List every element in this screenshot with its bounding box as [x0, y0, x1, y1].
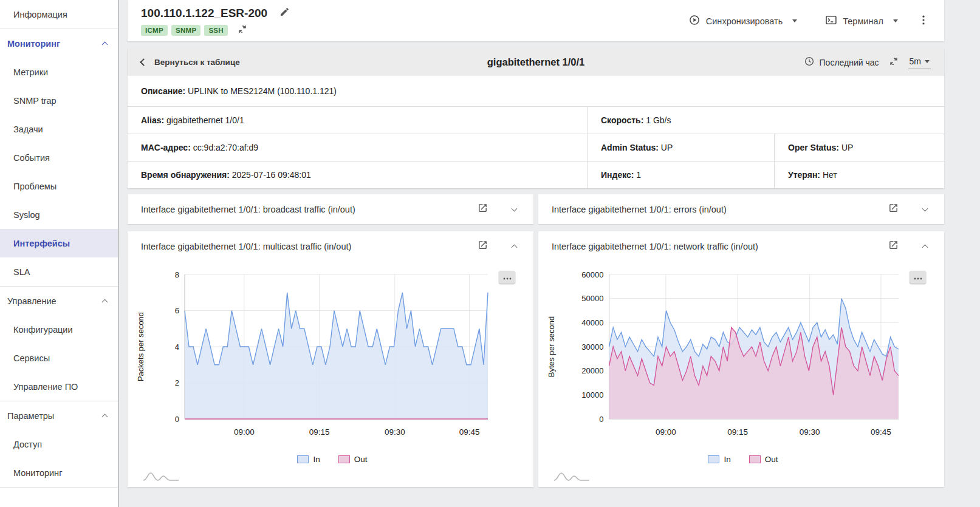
discovered-field: Время обнаружения: 2025-07-16 09:48:01	[128, 162, 587, 188]
chart-canvas[interactable]: 010000200003000040000500006000009:0009:1…	[542, 262, 944, 452]
sidebar-item-snmp-trap[interactable]: SNMP trap	[0, 86, 118, 115]
chart-canvas[interactable]: 0246809:0009:1509:3009:45Packets per sec…	[131, 262, 533, 452]
terminal-dropdown-button[interactable]	[888, 16, 903, 26]
sidebar-section-management[interactable]: Управление	[0, 287, 118, 315]
open-in-new-icon	[888, 203, 899, 216]
edit-device-name-button[interactable]	[277, 6, 292, 21]
series-area-in	[185, 293, 488, 419]
terminal-icon	[825, 14, 837, 28]
sidebar-item-events[interactable]: События	[0, 143, 118, 172]
time-range-button[interactable]: Последний час	[804, 56, 879, 69]
chart-preview-icon[interactable]	[142, 469, 533, 482]
open-in-new-button[interactable]	[475, 202, 490, 217]
panel-multicast-traffic: Interface gigabitethernet 1/0/1: multica…	[128, 231, 533, 487]
toolbar-right: Последний час 5m	[804, 55, 931, 70]
sidebar-section-monitoring[interactable]: Мониторинг	[0, 29, 118, 58]
sidebar-item-interfaces[interactable]: Интерфейсы	[0, 229, 118, 257]
interface-info-table: Alias: gigabitethernet 1/0/1 Скорость: 1…	[128, 106, 944, 188]
y-tick-label: 30000	[581, 342, 603, 352]
ellipsis-icon	[914, 272, 922, 283]
open-in-new-icon	[478, 240, 488, 253]
expand-panel-button[interactable]	[917, 202, 932, 217]
chart-menu-button[interactable]	[910, 271, 926, 284]
back-to-table-button[interactable]: Вернуться к таблице	[141, 58, 240, 67]
clock-icon	[804, 56, 815, 69]
oper-status-field: Oper Status: UP	[774, 134, 944, 161]
sync-dropdown-button[interactable]	[787, 16, 802, 26]
more-menu-button[interactable]	[916, 14, 931, 29]
y-tick-label: 60000	[581, 270, 603, 279]
open-in-new-button[interactable]	[475, 239, 490, 254]
sidebar-item-metrics[interactable]: Метрики	[0, 58, 118, 86]
refresh-icon	[237, 24, 248, 37]
app-root: Информация Мониторинг Метрики SNMP trap …	[0, 0, 980, 507]
protocol-badge-icmp: ICMP	[141, 25, 168, 36]
legend-item-out[interactable]: Out	[749, 455, 778, 464]
legend-swatch	[297, 455, 309, 463]
panel-network-traffic: Interface gigabitethernet 1/0/1: network…	[538, 231, 944, 487]
sync-button[interactable]: Синхронизировать	[684, 10, 787, 32]
main-content: 100.110.1.122_ESR-200 ICMP SNMP SSH	[119, 0, 980, 507]
chart-menu-button[interactable]	[499, 271, 515, 284]
refresh-availability-button[interactable]	[235, 23, 250, 38]
expanded-panels-row: Interface gigabitethernet 1/0/1: multica…	[128, 231, 944, 487]
chevron-up-icon	[511, 244, 517, 250]
terminal-button[interactable]: Терминал	[820, 10, 888, 32]
sidebar-section-parameters[interactable]: Параметры	[0, 401, 118, 430]
mac-field: MAC-адрес: cc:9d:a2:70:af:d9	[128, 134, 587, 161]
admin-status-field: Admin Status: UP	[587, 134, 774, 161]
x-tick-label: 09:00	[234, 427, 255, 437]
legend-swatch	[749, 455, 761, 463]
sidebar-item-services[interactable]: Сервисы	[0, 344, 118, 372]
index-field: Индекс: 1	[587, 162, 774, 188]
sidebar-item-tasks[interactable]: Задачи	[0, 115, 118, 143]
y-tick-label: 6	[175, 306, 179, 315]
y-tick-label: 0	[599, 415, 603, 424]
y-tick-label: 2	[175, 378, 179, 387]
x-tick-label: 09:00	[656, 427, 676, 437]
collapse-panel-button[interactable]	[917, 239, 932, 254]
expand-panel-button[interactable]	[507, 202, 521, 217]
refresh-charts-button[interactable]	[886, 55, 901, 70]
device-title: 100.110.1.122_ESR-200	[141, 7, 267, 20]
chevron-down-icon	[925, 60, 930, 63]
x-tick-label: 09:15	[727, 427, 748, 437]
y-tick-label: 10000	[581, 390, 603, 400]
sidebar-item-syslog[interactable]: Syslog	[0, 200, 118, 229]
sidebar-item-problems[interactable]: Проблемы	[0, 172, 118, 200]
open-in-new-icon	[478, 203, 488, 216]
x-tick-label: 09:30	[800, 427, 820, 437]
sidebar-item-sla[interactable]: SLA	[0, 257, 118, 286]
sidebar-divider	[0, 487, 118, 488]
table-row: Время обнаружения: 2025-07-16 09:48:01 И…	[128, 161, 944, 188]
collapsed-panels-row: Interface gigabitethernet 1/0/1: broadca…	[128, 194, 944, 224]
chart-area: 0246809:0009:1509:3009:45Packets per sec…	[128, 261, 533, 482]
chevron-up-icon	[102, 413, 108, 420]
sidebar: Информация Мониторинг Метрики SNMP trap …	[0, 0, 119, 507]
chevron-down-icon	[922, 206, 928, 212]
y-tick-label: 40000	[581, 318, 603, 327]
panel-title: Interface gigabitethernet 1/0/1: errors …	[552, 205, 886, 214]
legend-item-out[interactable]: Out	[338, 455, 368, 464]
protocol-badge-snmp: SNMP	[171, 25, 200, 36]
collapse-panel-button[interactable]	[507, 239, 521, 254]
sidebar-item-monitoring-params[interactable]: Мониторинг	[0, 458, 118, 487]
chart-legend: InOut	[131, 453, 533, 465]
open-in-new-button[interactable]	[886, 202, 900, 217]
panel-title: Interface gigabitethernet 1/0/1: network…	[552, 242, 886, 251]
x-tick-label: 09:45	[871, 427, 891, 437]
chevron-up-icon	[922, 244, 928, 250]
chart-preview-icon[interactable]	[553, 469, 944, 482]
sidebar-item-configurations[interactable]: Конфигурации	[0, 315, 118, 344]
sidebar-item-information[interactable]: Информация	[0, 0, 118, 29]
device-header: 100.110.1.122_ESR-200 ICMP SNMP SSH	[128, 0, 944, 41]
header-actions: Синхронизировать Терминал	[684, 10, 931, 32]
sidebar-item-access[interactable]: Доступ	[0, 430, 118, 458]
legend-item-in[interactable]: In	[708, 455, 730, 464]
panel-title: Interface gigabitethernet 1/0/1: broadca…	[141, 205, 475, 214]
legend-item-in[interactable]: In	[297, 455, 320, 464]
sidebar-item-software[interactable]: Управление ПО	[0, 372, 118, 401]
interval-select[interactable]: 5m	[908, 55, 931, 69]
chevron-up-icon	[102, 41, 108, 47]
open-in-new-button[interactable]	[886, 239, 900, 254]
